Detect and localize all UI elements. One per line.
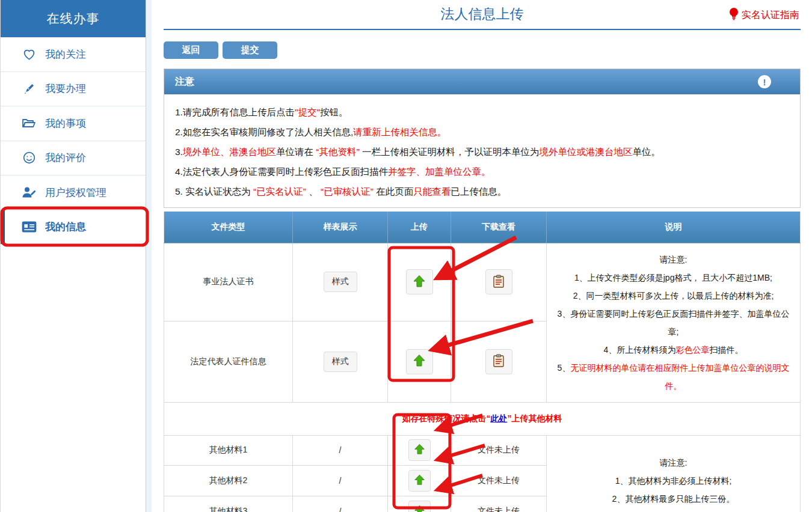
special-row-text: ”上传其他材料 [508,413,562,423]
main-content: 法人信息上传 实名认证指南 返回 提交 注意 ! [152,0,812,512]
heart-icon [21,47,37,61]
sample-cell: / [293,496,388,512]
table-header-row: 文件类型 样表展示 上传 下载查看 说明 [164,212,801,243]
lightbulb-icon [729,7,739,23]
upload-button[interactable] [406,349,433,374]
remark-line: 4、所上传材料须为彩色公章扫描件。 [555,341,792,359]
upload-status-text: 文件未上传 [451,496,547,512]
green-up-arrow-icon [413,354,426,369]
sidebar-item-label: 我要办理 [45,82,86,96]
page-header: 法人信息上传 实名认证指南 [164,0,801,30]
upload-button[interactable] [408,501,431,512]
sidebar-item-my-matters[interactable]: 我的事项 [1,106,146,141]
toolbar: 返回 提交 [164,41,801,59]
file-type-cell: 事业法人证书 [164,243,293,322]
smiley-icon [21,151,37,165]
sidebar-item-my-follows[interactable]: 我的关注 [1,37,146,72]
sidebar-item-label: 我的评价 [45,151,86,165]
clipboard-icon [493,275,505,290]
file-type-cell: 其他材料2 [164,465,293,496]
notice-line: 5. 实名认证状态为 “已实名认证” 、 “已审核认证” 在此页面只能查看已上传… [175,181,789,201]
green-up-arrow-icon [414,505,425,512]
id-card-icon [21,220,37,234]
file-type-cell: 其他材料1 [164,435,293,465]
sidebar-item-my-info[interactable]: 我的信息 [1,210,146,245]
file-type-cell: 其他材料3 [164,496,293,512]
clipboard-icon [493,354,505,369]
remark-line: 5、无证明材料的单位请在相应附件上传加盖单位公章的说明文件。 [555,359,792,395]
realname-guide-link[interactable]: 实名认证指南 [729,7,799,23]
special-case-row: 如存在特殊情况请点击“此处”上传其他材料 [164,402,801,435]
notice-line: 1.请完成所有信息上传后点击"提交"按钮。 [175,102,789,122]
notice-line: 3.境外单位、港澳台地区单位请在 “其他资料” 一栏上传相关证明材料，予以证明本… [175,142,789,162]
col-header-upload: 上传 [388,212,451,243]
notice-panel: 注意 ! 1.请完成所有信息上传后点击"提交"按钮。 2.如您在实名审核期间修改… [164,69,801,208]
page-title: 法人信息上传 [164,0,801,28]
table-row: 事业法人证书 样式 [164,243,801,322]
remark-cell: 请注意: 1、其他材料为非必须上传材料; 2、其他材料最多只能上传三份。 [547,435,801,512]
remark-line: 2、其他材料最多只能上传三份。 [555,490,792,508]
remark-line: 1、其他材料为非必须上传材料; [555,472,792,490]
sidebar-item-label: 我的信息 [45,220,86,234]
upload-table: 文件类型 样表展示 上传 下载查看 说明 事业法人证书 样式 [164,212,801,512]
notice-line: 2.如您在实名审核期间修改了法人相关信息,请重新上传相关信息。 [175,122,789,142]
sidebar-item-label: 我的事项 [45,117,86,130]
here-link[interactable]: 此处 [491,413,508,423]
sample-button[interactable]: 样式 [324,352,357,372]
green-up-arrow-icon [414,474,425,487]
upload-status-text: 文件未上传 [451,435,547,465]
remark-line: 2、同一类型材料可多次上传，以最后上传的材料为准; [555,287,792,305]
sidebar-title: 在线办事 [1,0,146,37]
download-view-button[interactable] [485,349,512,374]
remark-cell: 请注意: 1、上传文件类型必须是jpg格式， 且大小不超过1MB; 2、同一类型… [547,243,801,402]
sidebar-gutter [146,0,152,512]
user-auth-icon [21,185,37,200]
sample-cell: / [293,465,388,496]
guide-link-label: 实名认证指南 [742,9,799,22]
col-header-download: 下载查看 [451,212,547,243]
sidebar-item-user-authorization[interactable]: 用户授权管理 [1,175,146,210]
sidebar-item-my-reviews[interactable]: 我的评价 [1,141,146,176]
table-row: 其他材料1 / 文件未上传 请注意: [164,435,801,465]
remark-line: 请注意: [555,251,792,269]
sample-cell: / [293,435,388,465]
green-up-arrow-icon [413,275,426,290]
app-window: 在线办事 我的关注 我要办理 [0,0,812,512]
special-row-text: 如存在特殊情况请点击“ [402,413,491,423]
col-header-sample: 样表展示 [293,212,388,243]
notice-body: 1.请完成所有信息上传后点击"提交"按钮。 2.如您在实名审核期间修改了法人相关… [164,94,800,207]
green-up-arrow-icon [414,443,425,457]
sidebar: 在线办事 我的关注 我要办理 [0,0,146,512]
submit-button[interactable]: 提交 [223,41,277,59]
remark-line: 请注意: [555,454,792,472]
upload-status-text: 文件未上传 [451,465,547,496]
sidebar-item-my-apply[interactable]: 我要办理 [1,72,146,107]
notice-header: 注意 ! [164,69,800,94]
notice-line: 4.法定代表人身份证需要同时上传彩色正反面扫描件并签字、加盖单位公章。 [175,162,789,181]
sidebar-item-label: 我的关注 [45,47,86,61]
file-type-cell: 法定代表人证件信息 [164,322,293,402]
download-view-button[interactable] [485,269,512,294]
upload-button[interactable] [408,470,431,492]
notice-title: 注意 [175,76,194,88]
remark-line: 3、身份证需要同时上传彩色正反面扫描件并签字、加盖单位公章; [555,305,792,341]
upload-button[interactable] [408,439,431,461]
sample-button[interactable]: 样式 [324,272,357,292]
pen-icon [21,82,37,96]
exclamation-icon: ! [758,75,771,88]
back-button[interactable]: 返回 [164,41,218,59]
sidebar-item-label: 用户授权管理 [45,186,106,200]
upload-button[interactable] [406,269,433,294]
col-header-remark: 说明 [547,212,801,243]
folder-icon [21,116,37,130]
col-header-file-type: 文件类型 [164,212,293,243]
remark-line: 1、上传文件类型必须是jpg格式， 且大小不超过1MB; [555,269,792,287]
